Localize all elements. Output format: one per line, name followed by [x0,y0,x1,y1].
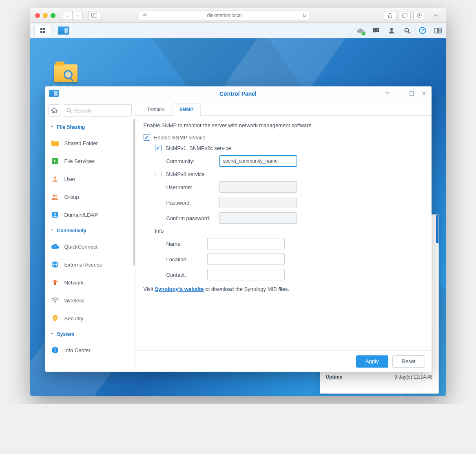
browser-titlebar: ‹ › diskstation.local ↻ + [30,8,446,23]
confirm-password-label: Confirm password: [166,215,219,221]
sidebar-item-quickconnect[interactable]: QuickConnect [45,238,135,256]
contact-label: Contact: [166,272,207,278]
reader-icon [142,12,147,18]
url-field[interactable]: diskstation.local ↻ [139,11,310,20]
window-titlebar[interactable]: Control Panel ? — ✕ [45,86,432,101]
uptime-value: 9 day(s) 12:14:48 [394,374,432,380]
sidebar-item-external-access[interactable]: External Access [45,256,135,273]
sidebar-item-security[interactable]: Security [45,309,135,327]
svg-rect-0 [91,13,97,18]
sidebar-item-file-services[interactable]: File Services [45,152,135,170]
mib-text: Visit Synology's website to download the… [144,286,423,292]
tabs-icon [402,13,407,18]
share-button[interactable] [384,11,396,20]
row-name: Name: [144,238,423,249]
apply-button[interactable]: Apply [356,355,388,368]
refresh-icon[interactable]: ↻ [302,13,306,18]
svg-point-26 [54,213,56,215]
window-close-button[interactable]: ✕ [421,90,427,97]
svg-rect-4 [40,28,42,30]
task-control-panel[interactable] [54,26,73,35]
username-input[interactable] [219,181,297,193]
pilot-view-button[interactable] [434,26,442,35]
enable-snmp-checkbox[interactable] [144,134,150,141]
sidebar-icon [91,13,97,18]
snmp-v3-checkbox[interactable] [155,171,162,177]
user-menu-button[interactable] [387,26,396,35]
svg-point-19 [67,108,70,112]
row-snmp-v12c: SNMPv1, SNMPv2c service [144,145,423,151]
notifications-button[interactable] [372,26,380,35]
confirm-password-input[interactable] [219,212,297,224]
window-maximize-button[interactable] [409,90,415,97]
sidebar-item-shared-folder[interactable]: Shared Folder [45,134,135,152]
domain-icon [51,210,60,219]
sidebar-item-user[interactable]: User [45,170,135,188]
cloud-status-button[interactable]: ✓ [356,26,365,35]
chevron-up-icon: ⌃ [51,125,54,130]
community-input[interactable] [219,155,297,167]
home-button[interactable] [48,104,60,117]
tabs-button[interactable] [399,11,411,20]
sidebar-search-input[interactable]: Search [63,104,132,117]
search-button[interactable] [403,26,411,35]
new-tab-button[interactable]: + [430,10,441,21]
snmp-v12c-label: SNMPv1, SNMPv2c service [166,145,231,151]
cloud-ok-badge-icon: ✓ [361,31,366,36]
svg-rect-2 [402,14,406,18]
window-minimize-button[interactable]: — [396,90,403,97]
main-panel: Terminal SNMP Enable SNMP to monitor the… [135,101,432,372]
svg-point-24 [55,195,57,197]
user-icon [51,174,60,183]
sidebar-toggle-button[interactable] [88,11,100,20]
url-text: diskstation.local [207,13,242,18]
home-icon [51,108,58,113]
section-file-sharing[interactable]: ⌃ File Sharing [45,120,135,134]
browser-right-tools [384,11,425,20]
tab-terminal[interactable]: Terminal [140,103,173,116]
name-input[interactable] [207,238,285,249]
intro-text: Enable SNMP to monitor the server with n… [144,122,423,128]
widget-accent-bar [436,215,438,243]
svg-point-11 [390,28,392,30]
zoom-window-button[interactable] [51,13,55,18]
sidebar-item-group[interactable]: Group [45,188,135,206]
globe-icon [51,260,60,269]
svg-rect-17 [438,31,441,33]
tab-bar: Terminal SNMP [135,101,432,116]
section-system[interactable]: ⌃ System [45,327,135,341]
uptime-label: Uptime [326,374,343,380]
close-window-button[interactable] [35,13,40,18]
contact-input[interactable] [207,269,285,280]
window-help-button[interactable]: ? [384,90,391,97]
downloads-button[interactable] [413,11,425,20]
chevron-up-icon: ⌃ [51,332,54,337]
folder-icon [51,139,60,148]
sidebar: Search ⌃ File Sharing Shared Folder File… [45,101,135,372]
sidebar-item-domain-ldap[interactable]: Domain/LDAP [45,206,135,224]
widgets-button[interactable] [418,26,427,35]
svg-rect-30 [54,282,56,285]
sidebar-item-info-center[interactable]: Info Center [45,341,135,359]
row-snmp-v3: SNMPv3 service [144,171,423,177]
tab-snmp[interactable]: SNMP [173,103,201,116]
svg-line-20 [70,112,71,113]
forward-button[interactable]: › [72,11,83,20]
snmp-v12c-checkbox[interactable] [155,145,162,151]
section-connectivity[interactable]: ⌃ Connectivity [45,224,135,238]
reset-button[interactable]: Reset [392,355,425,368]
window-title: Control Panel [219,90,257,97]
sidebar-item-network[interactable]: Network [45,273,135,291]
main-menu-button[interactable] [34,25,51,36]
sidebar-item-wireless[interactable]: Wireless [45,291,135,309]
community-label: Community: [166,158,219,164]
user-icon [388,27,395,34]
sidebar-scrollbar[interactable] [133,119,135,266]
minimize-window-button[interactable] [43,13,48,18]
enable-snmp-label: Enable SNMP service [154,134,206,141]
back-button[interactable]: ‹ [62,11,73,20]
password-input[interactable] [219,197,297,208]
location-input[interactable] [207,253,285,265]
synology-website-link[interactable]: Synology's website [155,286,204,292]
svg-rect-18 [410,92,414,95]
